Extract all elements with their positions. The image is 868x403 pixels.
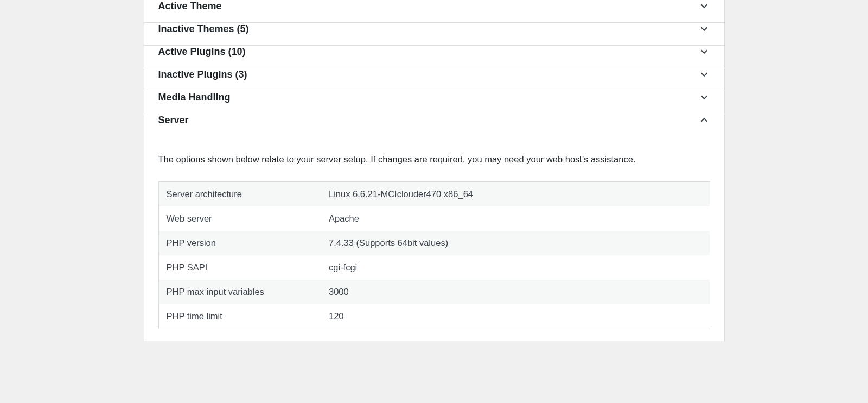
section-inactive-plugins: Inactive Plugins (3) xyxy=(144,68,724,91)
info-label: Web server xyxy=(158,206,321,231)
info-label: PHP version xyxy=(158,231,321,255)
section-header-active-plugins[interactable]: Active Plugins (10) xyxy=(144,46,724,68)
info-label: PHP max input variables xyxy=(158,280,321,304)
info-value: cgi-fcgi xyxy=(321,255,710,280)
chevron-down-icon xyxy=(698,68,710,80)
server-section-body: The options shown below relate to your s… xyxy=(144,153,724,341)
table-row: Web server Apache xyxy=(158,206,710,231)
section-header-inactive-plugins[interactable]: Inactive Plugins (3) xyxy=(144,68,724,91)
info-value: Linux 6.6.21-MCIclouder470 x86_64 xyxy=(321,181,710,206)
chevron-down-icon xyxy=(698,23,710,35)
section-header-active-theme[interactable]: Active Theme xyxy=(144,0,724,22)
chevron-down-icon xyxy=(698,0,710,12)
info-value: 3000 xyxy=(321,280,710,304)
section-active-theme: Active Theme xyxy=(144,0,724,23)
site-health-panel: Active Theme Inactive Themes (5) Active … xyxy=(144,0,725,341)
server-info-table: Server architecture Linux 6.6.21-MCIclou… xyxy=(158,181,710,329)
section-title: Inactive Themes (5) xyxy=(158,23,249,35)
section-media-handling: Media Handling xyxy=(144,91,724,114)
section-title: Active Plugins (10) xyxy=(158,46,246,58)
info-value: Apache xyxy=(321,206,710,231)
server-description: The options shown below relate to your s… xyxy=(158,153,710,166)
info-value: 7.4.33 (Supports 64bit values) xyxy=(321,231,710,255)
section-header-media-handling[interactable]: Media Handling xyxy=(144,91,724,114)
table-row: PHP time limit 120 xyxy=(158,304,710,329)
section-title: Active Theme xyxy=(158,1,222,12)
section-server: Server The options shown below relate to… xyxy=(144,114,724,341)
table-row: PHP max input variables 3000 xyxy=(158,280,710,304)
info-value: 120 xyxy=(321,304,710,329)
section-active-plugins: Active Plugins (10) xyxy=(144,46,724,68)
chevron-down-icon xyxy=(698,91,710,103)
info-label: PHP time limit xyxy=(158,304,321,329)
section-title: Server xyxy=(158,115,189,126)
chevron-down-icon xyxy=(698,46,710,58)
info-label: PHP SAPI xyxy=(158,255,321,280)
section-title: Media Handling xyxy=(158,92,231,103)
table-row: PHP version 7.4.33 (Supports 64bit value… xyxy=(158,231,710,255)
section-header-inactive-themes[interactable]: Inactive Themes (5) xyxy=(144,23,724,45)
section-inactive-themes: Inactive Themes (5) xyxy=(144,23,724,46)
table-row: Server architecture Linux 6.6.21-MCIclou… xyxy=(158,181,710,206)
chevron-up-icon xyxy=(698,114,710,126)
table-row: PHP SAPI cgi-fcgi xyxy=(158,255,710,280)
section-header-server[interactable]: Server xyxy=(144,114,724,136)
section-title: Inactive Plugins (3) xyxy=(158,69,247,80)
info-label: Server architecture xyxy=(158,181,321,206)
